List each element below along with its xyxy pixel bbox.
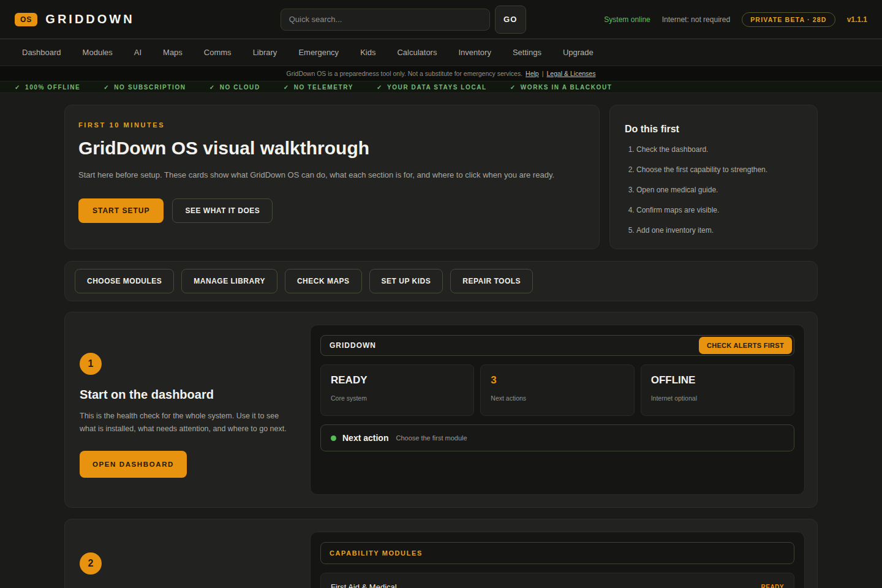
walkthrough-section-dashboard: 1 Start on the dashboard This is the hea…	[64, 312, 818, 508]
check-icon: ✓	[510, 84, 516, 91]
stat-card-core-system: READY Core system	[320, 364, 474, 416]
list-item: Confirm maps are visible.	[636, 206, 802, 214]
manage-library-button[interactable]: MANAGE LIBRARY	[181, 269, 277, 293]
hero-subtitle: Start here before setup. These cards sho…	[78, 170, 586, 179]
section-2-text-column: 2 Choose capabilities in Modules	[77, 532, 310, 588]
dashboard-preview-panel: GRIDDOWN CHECK ALERTS FIRST READY Core s…	[310, 325, 805, 495]
check-icon: ✓	[15, 84, 21, 91]
app-title: GRIDDOWN	[45, 12, 134, 26]
nav-item-library[interactable]: Library	[253, 48, 277, 57]
search-bar: GO	[281, 6, 526, 34]
disclaimer-text: GridDown OS is a preparedness tool only.…	[287, 70, 523, 77]
modules-preview-panel: CAPABILITY MODULES First Aid & Medical R…	[310, 532, 805, 588]
list-item: Add one inventory item.	[636, 226, 802, 235]
check-icon: ✓	[284, 84, 290, 91]
capability-modules-header: CAPABILITY MODULES	[320, 542, 794, 564]
module-name: First Aid & Medical	[331, 582, 397, 588]
stat-label: Core system	[331, 394, 464, 402]
stat-value: OFFLINE	[651, 374, 784, 386]
nav-item-modules[interactable]: Modules	[83, 48, 113, 57]
quick-actions-bar: CHOOSE MODULES MANAGE LIBRARY CHECK MAPS…	[64, 261, 818, 301]
feature-label: NO SUBSCRIPTION	[114, 84, 186, 91]
hero-eyebrow: FIRST 10 MINUTES	[78, 121, 586, 129]
feature-data-local: ✓ YOUR DATA STAYS LOCAL	[377, 84, 487, 91]
disclaimer-bar: GridDown OS is a preparedness tool only.…	[0, 66, 882, 81]
features-strip: ✓ 100% OFFLINE ✓ NO SUBSCRIPTION ✓ NO CL…	[0, 81, 882, 93]
list-item: Choose the first capability to strengthe…	[636, 165, 802, 174]
hero-card: FIRST 10 MINUTES GridDown OS visual walk…	[64, 105, 600, 249]
nav-item-inventory[interactable]: Inventory	[458, 48, 491, 57]
nav-item-kids[interactable]: Kids	[360, 48, 375, 57]
app-logo: OS GRIDDOWN	[15, 12, 135, 26]
module-status-badge: READY	[761, 584, 784, 588]
stat-label: Next actions	[491, 394, 624, 402]
check-maps-button[interactable]: CHECK MAPS	[285, 269, 362, 293]
repair-tools-button[interactable]: REPAIR TOOLS	[450, 269, 533, 293]
nav-item-ai[interactable]: AI	[134, 48, 141, 57]
status-dot-icon	[331, 435, 336, 441]
feature-label: NO TELEMETRY	[294, 84, 353, 91]
feature-offline: ✓ 100% OFFLINE	[15, 84, 80, 91]
hero-row: FIRST 10 MINUTES GridDown OS visual walk…	[64, 105, 818, 249]
feature-label: WORKS IN A BLACKOUT	[521, 84, 612, 91]
header-status-group: System online Internet: not required PRI…	[604, 12, 867, 27]
search-input[interactable]	[281, 9, 490, 31]
preview-stats-row: READY Core system 3 Next actions OFFLINE…	[320, 364, 794, 416]
system-online-status: System online	[604, 15, 650, 24]
open-dashboard-button[interactable]: OPEN DASHBOARD	[80, 451, 187, 478]
feature-no-telemetry: ✓ NO TELEMETRY	[284, 84, 353, 91]
page-title: GridDown OS visual walkthrough	[78, 138, 586, 159]
stat-value: READY	[331, 374, 464, 386]
beta-badge: PRIVATE BETA · 28D	[742, 12, 835, 27]
next-action-row: Next action Choose the first module	[320, 424, 794, 451]
section-1-body: This is the health check for the whole s…	[80, 410, 296, 436]
disclaimer-separator: |	[542, 70, 544, 77]
see-what-it-does-button[interactable]: SEE WHAT IT DOES	[172, 198, 273, 223]
walkthrough-section-modules: 2 Choose capabilities in Modules CAPABIL…	[64, 519, 818, 588]
internet-status: Internet: not required	[662, 15, 730, 24]
stat-card-next-actions: 3 Next actions	[480, 364, 634, 416]
stat-value: 3	[491, 374, 624, 386]
nav-item-maps[interactable]: Maps	[163, 48, 183, 57]
list-item: Open one medical guide.	[636, 186, 802, 194]
feature-label: YOUR DATA STAYS LOCAL	[387, 84, 487, 91]
check-icon: ✓	[209, 84, 216, 91]
nav-item-comms[interactable]: Comms	[204, 48, 232, 57]
choose-modules-button[interactable]: CHOOSE MODULES	[75, 269, 174, 293]
next-action-text: Choose the first module	[396, 434, 467, 442]
nav-item-settings[interactable]: Settings	[513, 48, 541, 57]
go-button[interactable]: GO	[495, 6, 526, 34]
do-this-first-card: Do this first Check the dashboard. Choos…	[609, 105, 818, 249]
os-badge-icon: OS	[15, 13, 37, 26]
feature-label: 100% OFFLINE	[25, 84, 80, 91]
version-label: v1.1.1	[847, 15, 867, 24]
nav-item-dashboard[interactable]: Dashboard	[22, 48, 61, 57]
top-bar: OS GRIDDOWN GO System online Internet: n…	[0, 0, 882, 39]
stat-label: Internet optional	[651, 394, 784, 402]
preview-brand-label: GRIDDOWN	[330, 341, 376, 350]
hero-buttons: START SETUP SEE WHAT IT DOES	[78, 198, 586, 223]
nav-item-upgrade[interactable]: Upgrade	[563, 48, 594, 57]
main-nav: Dashboard Modules AI Maps Comms Library …	[0, 39, 882, 66]
module-row-first-aid: First Aid & Medical READY	[320, 573, 794, 588]
nav-item-emergency[interactable]: Emergency	[298, 48, 339, 57]
nav-item-calculators[interactable]: Calculators	[397, 48, 437, 57]
legal-licenses-link[interactable]: Legal & Licenses	[546, 70, 595, 77]
next-action-label: Next action	[342, 433, 388, 443]
feature-no-cloud: ✓ NO CLOUD	[209, 84, 260, 91]
help-link[interactable]: Help	[526, 70, 539, 77]
preview-header-bar: GRIDDOWN CHECK ALERTS FIRST	[320, 335, 794, 356]
check-icon: ✓	[104, 84, 110, 91]
feature-no-subscription: ✓ NO SUBSCRIPTION	[104, 84, 186, 91]
list-item: Check the dashboard.	[636, 145, 802, 154]
feature-label: NO CLOUD	[220, 84, 260, 91]
main-content: FIRST 10 MINUTES GridDown OS visual walk…	[64, 105, 818, 588]
step-number-badge: 1	[80, 353, 102, 375]
do-this-first-title: Do this first	[625, 124, 802, 135]
do-this-first-list: Check the dashboard. Choose the first ca…	[627, 145, 802, 235]
stat-card-offline: OFFLINE Internet optional	[641, 364, 794, 416]
start-setup-button[interactable]: START SETUP	[78, 198, 164, 223]
set-up-kids-button[interactable]: SET UP KIDS	[369, 269, 443, 293]
section-1-text-column: 1 Start on the dashboard This is the hea…	[77, 325, 310, 495]
check-alerts-first-button[interactable]: CHECK ALERTS FIRST	[699, 337, 792, 354]
